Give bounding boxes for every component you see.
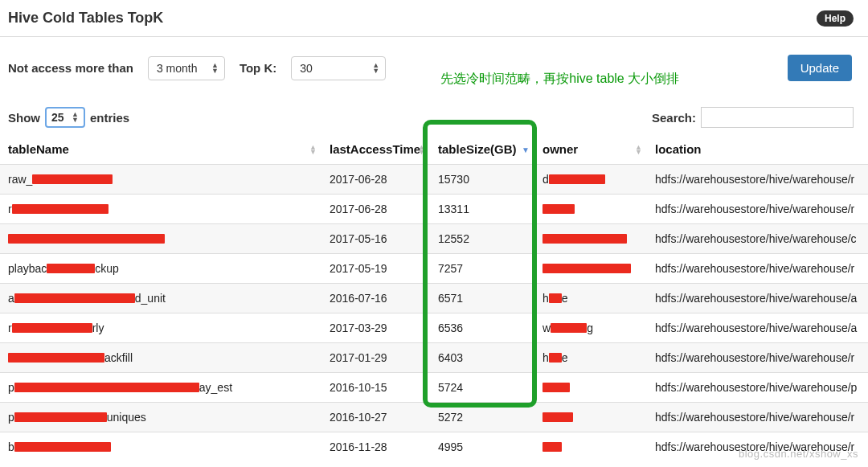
- redacted: [14, 442, 111, 452]
- search-input[interactable]: [701, 107, 854, 128]
- cell-location: hdfs://warehousestore/hive/warehouse/r: [647, 343, 868, 373]
- cell-lastaccess: 2016-07-16: [321, 284, 430, 313]
- redacted: [14, 383, 199, 392]
- cell-owner: [534, 254, 647, 284]
- cell-owner: [534, 195, 647, 224]
- col-tablename[interactable]: tableName▲▼: [0, 134, 321, 165]
- update-button[interactable]: Update: [788, 55, 852, 81]
- table-row: rrly2017-03-296536wghdfs://warehousestor…: [0, 313, 868, 343]
- cell-lastaccess: 2016-10-15: [321, 373, 430, 403]
- redacted: [14, 293, 135, 303]
- cell-lastaccess: 2017-03-29: [321, 313, 430, 343]
- cell-size: 5724: [430, 373, 534, 403]
- redacted: [542, 204, 575, 214]
- cell-size: 15730: [430, 165, 534, 195]
- redacted: [542, 442, 562, 452]
- redacted: [8, 353, 104, 363]
- table-row: raw_2017-06-2815730dhdfs://warehousestor…: [0, 165, 868, 195]
- redacted: [542, 412, 573, 422]
- cell-owner: [534, 403, 647, 432]
- redacted: [542, 234, 627, 244]
- redacted: [551, 323, 587, 333]
- cell-size: 6536: [430, 313, 534, 343]
- cell-location: hdfs://warehousestore/hive/warehouse/r: [647, 165, 868, 195]
- table-row: puniques2016-10-275272hdfs://warehousest…: [0, 403, 868, 432]
- table-row: b2016-11-284995hdfs://warehousestore/hiv…: [0, 432, 868, 462]
- cell-size: 13311: [430, 195, 534, 224]
- cell-size: 6571: [430, 284, 534, 313]
- cell-tablename: playbacckup: [0, 254, 321, 284]
- cell-location: hdfs://warehousestore/hive/warehouse/a: [647, 313, 868, 343]
- sort-icon: ▼: [522, 147, 530, 151]
- show-prefix: Show: [8, 111, 40, 125]
- topk-label: Top K:: [240, 61, 276, 75]
- help-button[interactable]: Help: [817, 10, 854, 27]
- redacted: [549, 353, 562, 363]
- cell-size: 12552: [430, 224, 534, 254]
- table-toolbar: Show 25 ▲▼ entries Search:: [0, 99, 868, 134]
- col-lastaccesstime[interactable]: lastAccessTime▲▼: [321, 134, 430, 165]
- cell-lastaccess: 2017-01-29: [321, 343, 430, 373]
- cell-location: hdfs://warehousestore/hive/warehouse/r: [647, 195, 868, 224]
- redacted: [12, 204, 108, 214]
- cell-owner: he: [534, 284, 647, 313]
- cell-lastaccess: 2016-10-27: [321, 403, 430, 432]
- cell-owner: he: [534, 343, 647, 373]
- header-bar: Hive Cold Tables TopK Help: [0, 0, 868, 37]
- redacted: [12, 323, 92, 333]
- cell-tablename: ad_unit: [0, 284, 321, 313]
- cell-lastaccess: 2016-11-28: [321, 432, 430, 462]
- show-entries-select[interactable]: 25: [45, 107, 85, 128]
- cell-size: 6403: [430, 343, 534, 373]
- results-table: tableName▲▼ lastAccessTime▲▼ tableSize(G…: [0, 134, 868, 461]
- redacted: [542, 383, 570, 392]
- cell-tablename: ackfill: [0, 343, 321, 373]
- cell-tablename: [0, 224, 321, 254]
- cell-location: hdfs://warehousestore/hive/warehouse/r: [647, 403, 868, 432]
- cell-location: hdfs://warehousestore/hive/warehouse/a: [647, 284, 868, 313]
- cell-tablename: rrly: [0, 313, 321, 343]
- cell-location: hdfs://warehousestore/hive/warehouse/r: [647, 254, 868, 284]
- cell-tablename: puniques: [0, 403, 321, 432]
- cell-size: 4995: [430, 432, 534, 462]
- cell-size: 7257: [430, 254, 534, 284]
- redacted: [549, 293, 562, 303]
- cell-lastaccess: 2017-06-28: [321, 165, 430, 195]
- page-title: Hive Cold Tables TopK: [8, 10, 163, 27]
- redacted: [47, 264, 95, 273]
- show-suffix: entries: [90, 111, 129, 125]
- cell-tablename: pay_est: [0, 373, 321, 403]
- sort-icon: ▲▼: [418, 145, 425, 154]
- cell-owner: [534, 224, 647, 254]
- not-access-select[interactable]: 3 month: [148, 56, 225, 80]
- col-location[interactable]: location: [647, 134, 868, 165]
- redacted: [14, 412, 107, 422]
- table-row: 2017-05-1612552hdfs://warehousestore/hiv…: [0, 224, 868, 254]
- redacted: [8, 234, 165, 244]
- cell-tablename: raw_: [0, 165, 321, 195]
- sort-icon: ▲▼: [309, 145, 317, 154]
- search-label: Search:: [652, 111, 696, 125]
- table-row: r2017-06-2813311hdfs://warehousestore/hi…: [0, 195, 868, 224]
- table-row: ad_unit2016-07-166571hehdfs://warehouses…: [0, 284, 868, 313]
- table-row: pay_est2016-10-155724hdfs://warehousesto…: [0, 373, 868, 403]
- sort-icon: ▲▼: [635, 145, 642, 154]
- table-row: playbacckup2017-05-197257hdfs://warehous…: [0, 254, 868, 284]
- col-tablesize[interactable]: tableSize(GB)▼: [430, 134, 534, 165]
- cell-location: hdfs://warehousestore/hive/warehouse/p: [647, 373, 868, 403]
- cell-tablename: r: [0, 195, 321, 224]
- cell-lastaccess: 2017-05-16: [321, 224, 430, 254]
- cell-owner: d: [534, 165, 647, 195]
- topk-select[interactable]: 30: [291, 56, 386, 80]
- redacted: [32, 174, 113, 184]
- cell-location: hdfs://warehousestore/hive/warehouse/c: [647, 224, 868, 254]
- cell-location: hdfs://warehousestore/hive/warehouse/r: [647, 432, 868, 462]
- redacted: [549, 174, 605, 184]
- cell-lastaccess: 2017-06-28: [321, 195, 430, 224]
- cell-size: 5272: [430, 403, 534, 432]
- cell-owner: [534, 432, 647, 462]
- not-access-label: Not access more than: [8, 61, 133, 75]
- redacted: [542, 264, 631, 273]
- table-row: ackfill2017-01-296403hehdfs://warehouses…: [0, 343, 868, 373]
- col-owner[interactable]: owner▲▼: [534, 134, 647, 165]
